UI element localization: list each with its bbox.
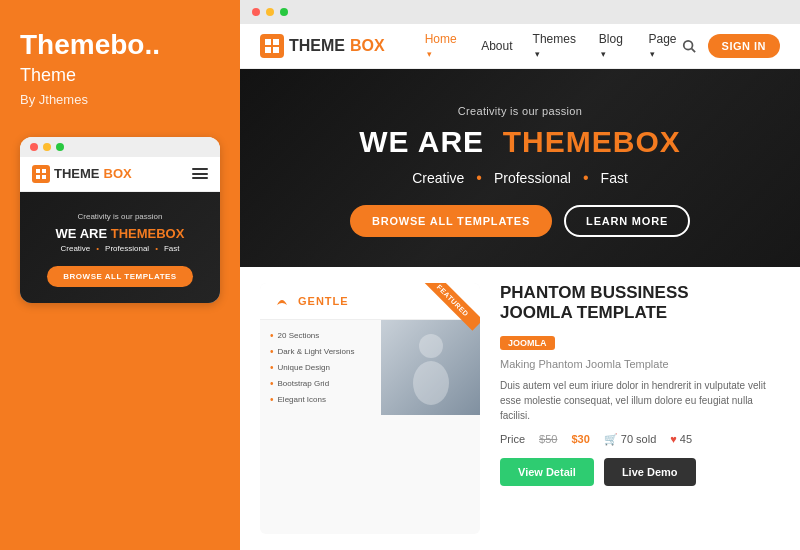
mobile-card-topbar <box>20 137 220 157</box>
mobile-dot-sep-2: • <box>155 244 158 253</box>
svg-rect-5 <box>273 39 279 45</box>
nav-blog[interactable]: Blog ▾ <box>599 32 629 60</box>
dot-red <box>30 143 38 151</box>
mobile-professional: Professional <box>105 244 149 253</box>
making-text: Making Phantom Joomla Template <box>500 358 780 370</box>
sold-info: 🛒 70 sold <box>604 433 656 446</box>
site-hero: Creativity is our passion WE ARE THEMEBO… <box>240 69 800 267</box>
gentle-icon <box>272 291 292 311</box>
signin-button[interactable]: SIGN IN <box>708 34 780 58</box>
mobile-we-are-text: WE ARE <box>56 226 108 241</box>
svg-rect-3 <box>42 175 46 179</box>
theme-title: Themebo.. <box>20 30 220 61</box>
dot-yellow <box>43 143 51 151</box>
product-image-body: •20 Sections •Dark & Light Versions •Uni… <box>260 320 480 415</box>
mobile-we-are: WE ARE THEMEBOX <box>32 226 208 241</box>
price-row: Price $50 $30 🛒 70 sold ♥ 45 <box>500 433 780 446</box>
heart-icon: ♥ <box>670 433 677 445</box>
svg-point-10 <box>419 334 443 358</box>
nav-themes[interactable]: Themes ▾ <box>533 32 579 60</box>
gentle-label: GENTLE <box>298 295 349 307</box>
product-description: Duis autem vel eum iriure dolor in hendr… <box>500 378 780 423</box>
site-nav: THEMEBOX Home ▾ About Themes ▾ Blog ▾ Pa… <box>240 24 800 69</box>
mobile-browse-button[interactable]: BROWSE ALL TEMPLATES <box>47 266 192 287</box>
feature-5: •Elegant Icons <box>270 394 371 405</box>
headline-we: WE ARE <box>359 125 484 158</box>
product-section: GENTLE •20 Sections •Dark & Light Versio… <box>240 267 800 550</box>
old-price: $50 <box>539 433 557 445</box>
mobile-hero: Creativity is our passion WE ARE THEMEBO… <box>20 192 220 303</box>
joomla-badge: JOOMLA <box>500 336 555 350</box>
browser-dot-green <box>280 8 288 16</box>
tagline-fast: Fast <box>601 170 628 186</box>
desktop-site: THEMEBOX Home ▾ About Themes ▾ Blog ▾ Pa… <box>240 24 800 550</box>
mobile-logo-box: BOX <box>104 166 132 181</box>
browser-chrome <box>240 0 800 24</box>
product-image-area: GENTLE •20 Sections •Dark & Light Versio… <box>260 283 480 534</box>
mobile-logo-theme: THEME <box>54 166 100 181</box>
headline-brand: THEMEBOX <box>503 125 681 158</box>
new-price: $30 <box>571 433 589 445</box>
hamburger-icon[interactable] <box>192 168 208 179</box>
feature-2: •Dark & Light Versions <box>270 346 371 357</box>
mobile-dot-sep-1: • <box>96 244 99 253</box>
mobile-logo-icon <box>32 165 50 183</box>
site-logo-box-text: BOX <box>350 37 385 55</box>
svg-point-8 <box>683 41 692 50</box>
svg-point-11 <box>413 361 449 405</box>
site-tagline: Creative • Professional • Fast <box>260 169 780 187</box>
svg-line-9 <box>691 49 695 53</box>
tagline-creative: Creative <box>412 170 464 186</box>
theme-subtitle: Theme <box>20 65 220 86</box>
mobile-themebox: THEMEBOX <box>111 226 185 241</box>
left-panel: Themebo.. Theme By Jthemes THEMEBOX Crea… <box>0 0 240 550</box>
mobile-nav: THEMEBOX <box>20 157 220 192</box>
person-silhouette-icon <box>401 328 461 408</box>
mobile-tagline: Creative • Professional • Fast <box>32 244 208 253</box>
nav-home[interactable]: Home ▾ <box>425 32 462 60</box>
nav-right: SIGN IN <box>682 34 780 58</box>
nav-about[interactable]: About <box>481 39 512 53</box>
site-headline: WE ARE THEMEBOX <box>260 125 780 159</box>
learn-more-button[interactable]: LEARN MORE <box>564 205 690 237</box>
search-icon[interactable] <box>682 39 696 53</box>
site-passion-text: Creativity is our passion <box>260 105 780 117</box>
price-label: Price <box>500 433 525 445</box>
product-features-list: •20 Sections •Dark & Light Versions •Uni… <box>260 320 381 415</box>
right-panel: THEMEBOX Home ▾ About Themes ▾ Blog ▾ Pa… <box>240 0 800 550</box>
author-label: By Jthemes <box>20 92 220 107</box>
nav-page[interactable]: Page ▾ <box>648 32 681 60</box>
sold-count: 70 sold <box>621 433 656 445</box>
mobile-creative: Creative <box>60 244 90 253</box>
site-logo: THEMEBOX <box>260 34 385 58</box>
browser-dot-yellow <box>266 8 274 16</box>
likes-info: ♥ 45 <box>670 433 692 445</box>
feature-4: •Bootstrap Grid <box>270 378 371 389</box>
browse-all-button[interactable]: BROWSE ALL TEMPLATES <box>350 205 552 237</box>
site-logo-theme: THEME <box>289 37 345 55</box>
product-title: PHANTOM BUSSINESS JOOMLA TEMPLATE <box>500 283 780 324</box>
cart-icon: 🛒 <box>604 433 618 446</box>
view-detail-button[interactable]: View Detail <box>500 458 594 486</box>
product-person-image <box>381 320 480 415</box>
mobile-logo: THEMEBOX <box>32 165 132 183</box>
browser-dot-red <box>252 8 260 16</box>
hero-buttons: BROWSE ALL TEMPLATES LEARN MORE <box>260 205 780 237</box>
dot-green <box>56 143 64 151</box>
sep-2: • <box>583 169 589 187</box>
likes-count: 45 <box>680 433 692 445</box>
feature-1: •20 Sections <box>270 330 371 341</box>
sep-1: • <box>476 169 482 187</box>
mobile-fast: Fast <box>164 244 180 253</box>
mobile-preview-card: THEMEBOX Creativity is our passion WE AR… <box>20 137 220 303</box>
product-buttons: View Detail Live Demo <box>500 458 780 486</box>
svg-rect-2 <box>36 175 40 179</box>
svg-rect-6 <box>265 47 271 53</box>
live-demo-button[interactable]: Live Demo <box>604 458 696 486</box>
product-title-line2: JOOMLA TEMPLATE <box>500 303 667 322</box>
nav-links: Home ▾ About Themes ▾ Blog ▾ Page ▾ <box>425 32 682 60</box>
svg-rect-1 <box>42 169 46 173</box>
site-logo-box <box>260 34 284 58</box>
svg-rect-0 <box>36 169 40 173</box>
svg-rect-4 <box>265 39 271 45</box>
